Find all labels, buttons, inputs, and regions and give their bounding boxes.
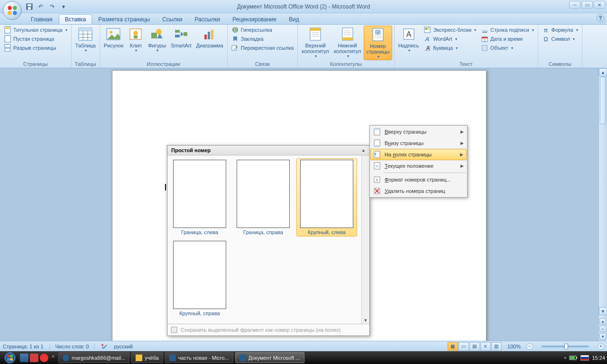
zoom-slider-thumb[interactable]: [564, 344, 568, 349]
object-button[interactable]: Объект: [479, 44, 535, 52]
menu-top-of-page[interactable]: Вверху страницы▶: [370, 126, 467, 137]
draft-view[interactable]: ▥: [491, 342, 502, 351]
gallery-scroll-up-icon[interactable]: ▲: [361, 148, 366, 153]
zoom-in-button[interactable]: +: [598, 343, 604, 350]
status-page[interactable]: Страница: 1 из 1: [3, 344, 44, 349]
menu-page-margins[interactable]: #На полях страницы▶: [370, 149, 467, 160]
table-button[interactable]: Таблица: [74, 26, 98, 54]
close-button[interactable]: ✕: [594, 1, 605, 9]
tab-home[interactable]: Главная: [25, 14, 59, 24]
quickparts-button[interactable]: Экспресс-блоки: [422, 26, 478, 34]
svg-rect-31: [204, 35, 207, 39]
svg-point-87: [101, 344, 103, 346]
browse-object-button[interactable]: ○: [599, 326, 606, 332]
tab-insert[interactable]: Вставка: [59, 14, 92, 24]
crossref-button[interactable]: Перекрестная ссылка: [230, 44, 296, 52]
zoom-out-button[interactable]: −: [526, 343, 533, 350]
next-page-button[interactable]: ▾: [599, 333, 606, 340]
zoom-level[interactable]: 100%: [507, 344, 521, 349]
minimize-button[interactable]: ─: [569, 1, 580, 9]
svg-rect-33: [211, 30, 213, 39]
office-button[interactable]: [3, 1, 22, 20]
gallery-item-large-left[interactable]: Крупный, слева: [296, 158, 357, 237]
tab-mailings[interactable]: Рассылки: [188, 14, 226, 24]
page-break-button[interactable]: Разрыв страницы: [2, 44, 69, 52]
signature-line-button[interactable]: Строка подписи: [479, 26, 535, 34]
zoom-slider[interactable]: [542, 346, 589, 347]
hyperlink-button[interactable]: Гиперссылка: [230, 26, 296, 34]
ql-item-1[interactable]: [20, 354, 28, 362]
wordart-button[interactable]: AWordArt: [422, 35, 478, 43]
menu-format-page-numbers[interactable]: 1Формат номеров страниц...: [370, 174, 467, 185]
tab-review[interactable]: Рецензирование: [226, 14, 283, 24]
tab-view[interactable]: Вид: [283, 14, 305, 24]
menu-bottom-of-page[interactable]: Внизу страницы▶: [370, 137, 467, 149]
footer-button[interactable]: Нижний колонтитул: [332, 26, 363, 59]
gallery-footer-save[interactable]: Сохранить выделенный фрагмент как номер …: [167, 324, 369, 336]
gallery-scroll-down-icon[interactable]: ▼: [362, 318, 369, 323]
fullscreen-reading-view[interactable]: ▭: [459, 342, 469, 351]
spellcheck-icon[interactable]: [101, 343, 108, 350]
tray-language-flag[interactable]: [580, 355, 589, 361]
chart-button[interactable]: Диаграмма: [194, 26, 225, 49]
window-controls: ─ ▭ ✕: [569, 1, 605, 9]
ql-opera[interactable]: [40, 354, 48, 362]
cover-page-button[interactable]: Титульная страница: [2, 26, 69, 34]
equation-button[interactable]: πФормула: [540, 26, 580, 34]
scroll-down-button[interactable]: ▼: [599, 307, 607, 315]
qat-redo[interactable]: ↷: [47, 2, 57, 11]
datetime-button[interactable]: 5Дата и время: [479, 35, 535, 43]
taskbar-item-word1[interactable]: часть новая - Micro...: [165, 352, 233, 363]
svg-text:#: #: [377, 30, 379, 35]
ql-more[interactable]: »: [50, 354, 56, 362]
blank-page-button[interactable]: Пустая страница: [2, 35, 69, 43]
svg-rect-8: [6, 27, 9, 29]
maximize-button[interactable]: ▭: [581, 1, 593, 9]
group-pages: Титульная страница Пустая страница Разры…: [0, 25, 72, 68]
dropcap-button[interactable]: AБуквица: [422, 44, 478, 52]
web-layout-view[interactable]: ▤: [469, 342, 480, 351]
gallery-item-large-right[interactable]: Крупный, справа: [169, 239, 230, 318]
symbol-button[interactable]: ΩСимвол: [540, 35, 580, 43]
textbox-button[interactable]: AНадпись: [396, 26, 421, 54]
scroll-thumb[interactable]: [600, 77, 606, 124]
menu-current-position[interactable]: Текущее положение▶: [370, 160, 467, 172]
tray-more-icon[interactable]: «: [564, 355, 566, 360]
gallery-item-border-right[interactable]: Граница, справа: [233, 158, 294, 237]
help-button[interactable]: ?: [597, 14, 604, 22]
scroll-up-button[interactable]: ▲: [599, 68, 607, 76]
page-number-button[interactable]: #Номер страницы: [364, 26, 392, 60]
taskbar-item-word2[interactable]: Документ Microsoft ...: [235, 352, 304, 363]
status-language[interactable]: русский: [114, 344, 132, 349]
start-button[interactable]: [2, 351, 18, 364]
quick-access-toolbar: ↶ ↷ ▾: [25, 0, 68, 13]
shapes-button[interactable]: Фигуры: [146, 26, 168, 54]
datetime-icon: 5: [481, 35, 488, 43]
tab-references[interactable]: Ссылки: [156, 14, 188, 24]
menu-remove-page-numbers[interactable]: Удалить номера страниц: [370, 185, 467, 197]
ribbon: Титульная страница Пустая страница Разры…: [0, 25, 607, 68]
qat-save[interactable]: [25, 2, 34, 11]
clip-button[interactable]: Клип: [126, 26, 145, 54]
outline-view[interactable]: ≡: [480, 342, 491, 351]
gallery-item-border-left[interactable]: Граница, слева: [169, 158, 230, 237]
gallery-scrollbar[interactable]: ▼: [361, 155, 369, 324]
print-layout-view[interactable]: ▦: [448, 342, 458, 351]
prev-page-button[interactable]: ▴: [599, 318, 606, 325]
bookmark-button[interactable]: Закладка: [230, 35, 296, 43]
smartart-button[interactable]: SmartArt: [169, 26, 193, 49]
tray-battery-icon[interactable]: [569, 355, 578, 361]
picture-button[interactable]: Рисунок: [102, 26, 126, 49]
tab-pagelayout[interactable]: Разметка страницы: [92, 14, 156, 24]
ql-item-2[interactable]: [30, 354, 38, 362]
taskbar-item-mail[interactable]: margoshka666@mail...: [58, 352, 129, 363]
taskbar-item-folder[interactable]: учёба: [131, 352, 163, 363]
vertical-scrollbar[interactable]: ▲ ▼ ▴ ○ ▾: [598, 68, 607, 341]
ribbon-tabs: Главная Вставка Разметка страницы Ссылки…: [0, 13, 607, 25]
status-words[interactable]: Число слов: 0: [55, 344, 89, 349]
header-button[interactable]: Верхний колонтитул: [300, 26, 331, 59]
qat-customize[interactable]: ▾: [59, 2, 68, 11]
svg-marker-29: [181, 32, 184, 36]
qat-undo[interactable]: ↶: [36, 2, 46, 11]
tray-clock[interactable]: 15:24: [592, 355, 605, 361]
